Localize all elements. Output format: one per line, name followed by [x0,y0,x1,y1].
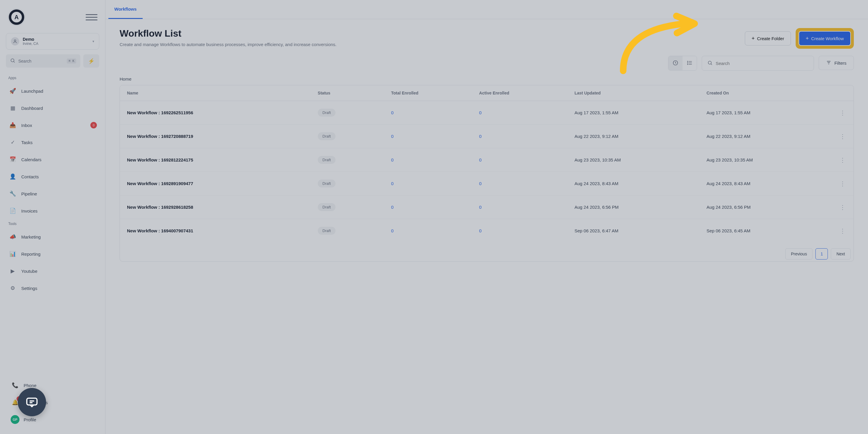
total-enrolled-link[interactable]: 0 [391,157,393,162]
sidebar-item-dashboard[interactable]: ▦Dashboard [3,99,102,117]
row-menu-button[interactable]: ⋮ [831,101,854,125]
workflow-table: Name Status Total Enrolled Active Enroll… [120,85,854,261]
total-enrolled-link[interactable]: 0 [391,110,393,115]
col-status[interactable]: Status [311,85,384,101]
section-apps: Apps [3,73,102,82]
phone-item[interactable]: 📞 Phone [5,377,100,394]
row-menu-button[interactable]: ⋮ [831,148,854,172]
active-enrolled-link[interactable]: 0 [479,181,482,186]
create-folder-button[interactable]: + Create Folder [745,31,791,45]
sidebar-item-calendars[interactable]: 📅Calendars [3,151,102,168]
launchpad-icon: 🚀 [8,87,17,95]
sidebar-item-youtube[interactable]: ▶Youtube [3,262,102,280]
next-button[interactable]: Next [831,248,850,259]
chevron-down-icon: ▾ [92,39,94,43]
table-row[interactable]: New Workflow : 1692262511956 Draft 0 0 A… [120,101,854,125]
active-enrolled-link[interactable]: 0 [479,134,482,139]
active-enrolled-link[interactable]: 0 [479,157,482,162]
row-name: New Workflow : 1694007907431 [120,219,311,243]
recent-view-button[interactable] [668,56,683,70]
breadcrumb[interactable]: Home [120,76,854,82]
search-icon [707,60,713,66]
table-row[interactable]: New Workflow : 1692891909477 Draft 0 0 A… [120,172,854,195]
profile-item[interactable]: GP Profile [5,411,100,428]
sidebar-item-label: Tasks [21,140,32,145]
row-name: New Workflow : 1692891909477 [120,172,311,195]
sidebar-item-launchpad[interactable]: 🚀Launchpad [3,82,102,99]
row-updated: Aug 24 2023, 6:56 PM [567,195,700,219]
status-pill: Draft [318,156,336,164]
col-last-updated[interactable]: Last Updated [567,85,700,101]
table-row[interactable]: New Workflow : 1692812224175 Draft 0 0 A… [120,148,854,172]
sidebar-item-label: Inbox [21,123,32,128]
profile-avatar: GP [11,415,20,424]
sidebar: A Demo Irvine, CA ▾ Search ⌘ K [0,0,105,434]
row-menu-button[interactable]: ⋮ [831,125,854,148]
sidebar-item-pipeline[interactable]: 🔧Pipeline [3,185,102,202]
total-enrolled-link[interactable]: 0 [391,134,393,139]
table-row[interactable]: New Workflow : 1692928618258 Draft 0 0 A… [120,195,854,219]
dashboard-icon: ▦ [8,104,17,113]
row-menu-button[interactable]: ⋮ [831,219,854,243]
sidebar-item-settings[interactable]: ⚙Settings [3,280,102,297]
pagination: Previous 1 Next [120,242,854,261]
org-name: Demo [23,37,89,42]
table-row[interactable]: New Workflow : 1694007907431 Draft 0 0 S… [120,219,854,243]
youtube-icon: ▶ [8,267,17,275]
list-view-button[interactable] [683,56,697,70]
total-enrolled-link[interactable]: 0 [391,181,393,186]
active-enrolled-link[interactable]: 0 [479,110,482,115]
page-1-button[interactable]: 1 [815,248,828,259]
filter-icon [826,60,831,66]
search-icon [10,58,16,64]
row-updated: Aug 22 2023, 9:12 AM [567,125,700,148]
sidebar-item-inbox[interactable]: 📥Inbox0 [3,117,102,134]
sidebar-item-marketing[interactable]: 📣Marketing [3,228,102,245]
status-pill: Draft [318,203,336,211]
sidebar-item-label: Reporting [21,252,40,256]
svg-point-9 [687,64,688,65]
sidebar-item-invoices[interactable]: 📄Invoices [3,202,102,219]
sidebar-item-contacts[interactable]: 👤Contacts [3,168,102,185]
status-pill: Draft [318,180,336,187]
contacts-icon: 👤 [8,172,17,181]
main: Workflows Workflow List Create and manag… [105,0,868,434]
sidebar-item-label: Contacts [21,174,39,179]
svg-point-10 [708,61,711,64]
chat-widget-button[interactable] [18,388,46,416]
total-enrolled-link[interactable]: 0 [391,228,393,233]
row-menu-button[interactable]: ⋮ [831,172,854,195]
active-enrolled-link[interactable]: 0 [479,205,482,210]
sidebar-item-label: Calendars [21,157,41,162]
org-selector[interactable]: Demo Irvine, CA ▾ [6,33,99,50]
total-enrolled-link[interactable]: 0 [391,205,393,210]
col-created-on[interactable]: Created On [700,85,831,101]
table-search-input[interactable] [716,56,808,70]
table-row[interactable]: New Workflow : 1692720888719 Draft 0 0 A… [120,125,854,148]
sidebar-item-reporting[interactable]: 📊Reporting [3,245,102,262]
tab-workflows[interactable]: Workflows [108,0,143,19]
svg-point-7 [687,61,688,62]
menu-toggle-icon[interactable] [86,11,97,23]
active-enrolled-link[interactable]: 0 [479,228,482,233]
filters-button[interactable]: Filters [819,56,854,70]
create-workflow-button[interactable]: + Create Workflow [799,31,851,46]
brand-avatar[interactable]: A [8,8,25,26]
search-button[interactable]: Search ⌘ K [6,54,80,68]
marketing-icon: 📣 [8,232,17,241]
table-search[interactable] [702,56,814,70]
quick-action-button[interactable]: ⚡ [83,54,99,68]
svg-line-11 [711,64,712,65]
row-updated: Aug 24 2023, 8:43 AM [567,172,700,195]
org-location: Irvine, CA [23,42,89,46]
col-name[interactable]: Name [120,85,311,101]
brand-letter: A [11,12,22,23]
sidebar-item-tasks[interactable]: ✓Tasks [3,134,102,151]
previous-button[interactable]: Previous [785,248,812,259]
row-updated: Sep 06 2023, 6:47 AM [567,219,700,243]
col-total-enrolled[interactable]: Total Enrolled [384,85,472,101]
col-active-enrolled[interactable]: Active Enrolled [472,85,567,101]
sidebar-item-label: Pipeline [21,191,37,196]
row-menu-button[interactable]: ⋮ [831,195,854,219]
invoices-icon: 📄 [8,206,17,215]
